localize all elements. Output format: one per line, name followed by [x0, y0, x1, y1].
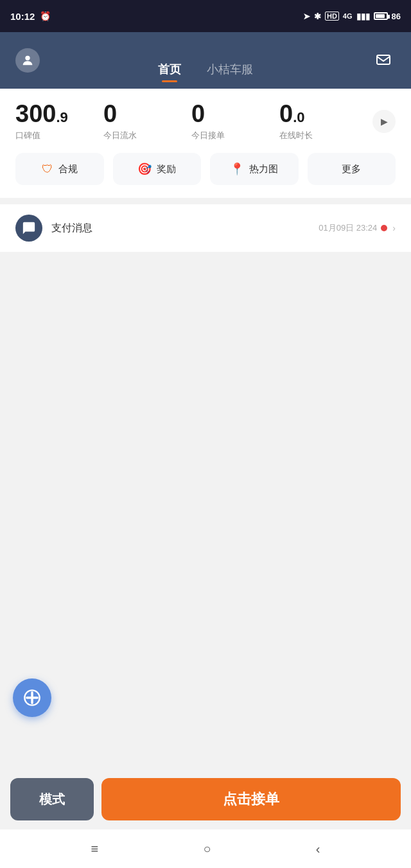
today-flow-label: 今日流水	[103, 130, 137, 141]
tab-service[interactable]: 小桔车服	[207, 62, 253, 82]
accept-order-button[interactable]: 点击接单	[101, 778, 401, 820]
more-button[interactable]: 更多	[308, 153, 396, 185]
compliance-label: 合规	[58, 163, 78, 175]
mode-button[interactable]: 模式	[10, 778, 94, 820]
svg-rect-1	[377, 55, 390, 64]
stats-row: 300.9 口碑值 0 今日流水 0 今日接单 0.0 在线时长	[15, 102, 396, 141]
message-time: 01月09日 23:24	[319, 222, 377, 234]
message-meta: 01月09日 23:24 ›	[319, 222, 396, 234]
user-avatar[interactable]	[15, 48, 40, 73]
home-button[interactable]: ○	[203, 842, 211, 856]
alarm-icon: ⏰	[40, 11, 51, 21]
reputation-value: 300.9	[15, 102, 68, 126]
floating-add-button[interactable]	[13, 678, 51, 717]
heatmap-button[interactable]: 📍 热力图	[210, 153, 299, 185]
shield-icon: 🛡	[42, 163, 53, 176]
today-orders-label: 今日接单	[191, 130, 225, 141]
unread-dot	[381, 225, 387, 231]
stat-online-time: 0.0 在线时长	[279, 102, 367, 141]
stat-today-orders: 0 今日接单	[191, 102, 279, 141]
reward-icon: 🎯	[137, 162, 152, 176]
reward-label: 奖励	[157, 163, 176, 175]
today-flow-value: 0	[103, 102, 117, 126]
divider-1	[0, 198, 411, 204]
online-time-value: 0.0	[279, 102, 305, 126]
online-time-label: 在线时长	[279, 130, 313, 141]
more-label: 更多	[342, 163, 361, 175]
signal-4g-icon: 4G	[343, 12, 353, 20]
bottom-action-bar: 模式 点击接单	[0, 769, 411, 829]
status-icons: ➤ ✱ HD 4G ▮▮▮ 86	[303, 12, 401, 21]
bluetooth-icon: ✱	[314, 12, 321, 21]
stats-card: 300.9 口碑值 0 今日流水 0 今日接单 0.0 在线时长	[0, 89, 411, 198]
chat-icon-wrap	[15, 215, 42, 242]
location-pin-icon: 📍	[230, 162, 244, 176]
reputation-label: 口碑值	[15, 130, 40, 141]
status-bar: 10:12 ⏰ ➤ ✱ HD 4G ▮▮▮ 86	[0, 0, 411, 32]
stats-items: 300.9 口碑值 0 今日流水 0 今日接单 0.0 在线时长	[15, 102, 367, 141]
stat-reputation: 300.9 口碑值	[15, 102, 103, 141]
battery-icon	[374, 12, 388, 20]
actions-row: 🛡 合规 🎯 奖励 📍 热力图 更多	[15, 153, 396, 188]
main-content	[0, 252, 411, 663]
signal-bars-icon: ▮▮▮	[356, 12, 370, 21]
nav-bar: 首页 小桔车服	[0, 32, 411, 89]
back-button[interactable]: ‹	[316, 842, 320, 856]
message-row[interactable]: 支付消息 01月09日 23:24 ›	[0, 204, 411, 252]
svg-point-0	[25, 56, 30, 60]
compliance-button[interactable]: 🛡 合规	[15, 153, 104, 185]
message-button[interactable]	[371, 48, 396, 73]
home-indicator: ≡ ○ ‹	[0, 829, 411, 868]
today-orders-value: 0	[191, 102, 205, 126]
hd-icon: HD	[325, 12, 339, 21]
battery-level: 86	[392, 12, 401, 21]
status-time-section: 10:12 ⏰	[10, 11, 51, 22]
menu-button[interactable]: ≡	[91, 842, 99, 856]
stats-expand-button[interactable]: ▶	[372, 110, 396, 133]
stat-today-flow: 0 今日流水	[103, 102, 191, 141]
location-icon: ➤	[303, 12, 310, 21]
status-time: 10:12	[10, 11, 35, 22]
chevron-right-icon: ›	[392, 223, 396, 233]
reward-button[interactable]: 🎯 奖励	[113, 153, 202, 185]
nav-tabs: 首页 小桔车服	[158, 32, 253, 89]
heatmap-label: 热力图	[249, 163, 278, 175]
tab-home[interactable]: 首页	[158, 62, 181, 82]
message-title: 支付消息	[51, 222, 92, 235]
